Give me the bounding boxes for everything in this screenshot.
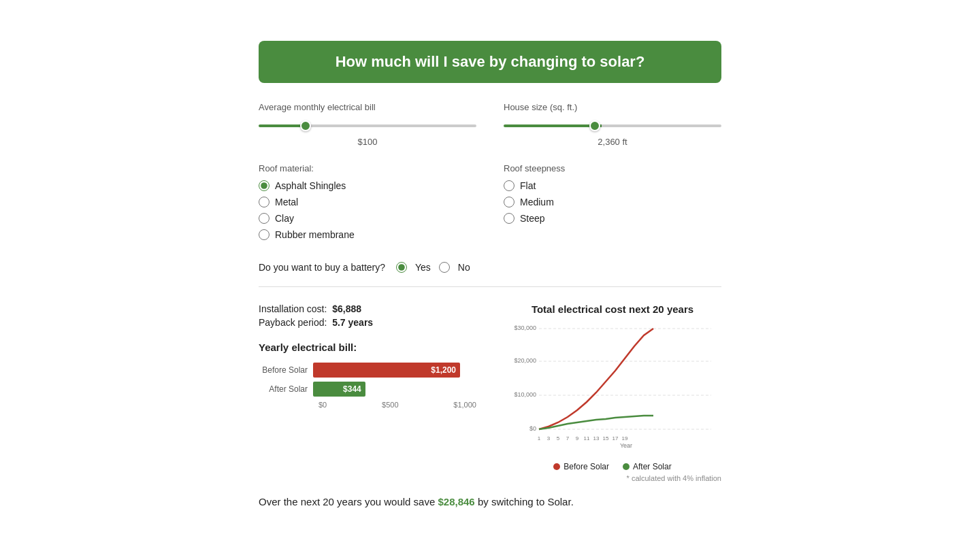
bar-before-value: $1,200	[431, 365, 456, 375]
svg-text:3: 3	[547, 435, 551, 441]
savings-footer: Over the next 20 years you would save $2…	[259, 496, 721, 507]
axis-500: $500	[382, 401, 398, 409]
bar-after-label: After Solar	[259, 384, 313, 394]
house-slider[interactable]	[504, 124, 721, 127]
yearly-bill-title: Yearly electrical bill:	[259, 341, 476, 353]
savings-text-after: by switching to Solar.	[478, 496, 574, 507]
radio-medium[interactable]: Medium	[504, 197, 721, 207]
payback-label: Payback period:	[259, 317, 327, 328]
battery-yes-radio[interactable]	[396, 262, 407, 273]
line-chart-container: $30,000 $20,000 $10,000 $0 1 3	[504, 322, 721, 458]
svg-text:11: 11	[584, 435, 590, 441]
bar-before-label: Before Solar	[259, 365, 313, 375]
bar-before-outer: $1,200	[313, 363, 476, 378]
payback-value: 5.7 years	[332, 317, 373, 328]
radio-medium-label: Medium	[520, 197, 554, 207]
radio-clay[interactable]: Clay	[259, 213, 476, 224]
sliders-row: Average monthly electrical bill $100 Hou…	[259, 102, 721, 147]
radio-steep[interactable]: Steep	[504, 213, 721, 224]
radio-asphalt-label: Asphalt Shingles	[275, 180, 346, 191]
legend-before-label: Before Solar	[564, 462, 609, 471]
line-chart-svg: $30,000 $20,000 $10,000 $0 1 3	[504, 322, 721, 451]
radio-clay-label: Clay	[275, 213, 294, 224]
main-container: How much will I save by changing to sola…	[259, 41, 721, 507]
header-title: How much will I save by changing to sola…	[275, 53, 705, 71]
radio-asphalt-input[interactable]	[259, 180, 270, 191]
battery-row: Do you want to buy a battery? Yes No	[259, 262, 721, 287]
bar-after-outer: $344	[313, 382, 476, 397]
svg-text:19: 19	[622, 435, 628, 441]
radio-flat-input[interactable]	[504, 180, 514, 191]
line-chart-title: Total electrical cost next 20 years	[504, 303, 721, 315]
radio-metal-label: Metal	[275, 197, 298, 207]
house-slider-wrapper	[504, 119, 721, 133]
svg-text:17: 17	[612, 435, 619, 441]
svg-text:$0: $0	[529, 425, 536, 432]
svg-text:7: 7	[566, 435, 570, 441]
svg-text:13: 13	[593, 435, 600, 441]
install-cost-value: $6,888	[332, 303, 361, 314]
savings-text-before: Over the next 20 years you would save	[259, 496, 435, 507]
radio-metal[interactable]: Metal	[259, 197, 476, 207]
radio-steep-input[interactable]	[504, 213, 514, 224]
house-slider-value: 2,360 ft	[504, 137, 721, 147]
svg-text:5: 5	[557, 435, 560, 441]
bill-slider-label: Average monthly electrical bill	[259, 102, 476, 112]
bill-slider[interactable]	[259, 124, 476, 127]
roof-steepness-group: Roof steepness Flat Medium Steep	[504, 163, 721, 246]
svg-text:$20,000: $20,000	[514, 357, 536, 364]
radio-metal-input[interactable]	[259, 197, 270, 207]
roof-material-label: Roof material:	[259, 163, 476, 173]
radio-steep-label: Steep	[520, 213, 545, 224]
radio-asphalt[interactable]: Asphalt Shingles	[259, 180, 476, 191]
legend-before-dot	[553, 463, 560, 470]
svg-text:1: 1	[538, 435, 541, 441]
bar-after-value: $344	[343, 384, 361, 394]
bill-slider-wrapper	[259, 119, 476, 133]
bill-slider-value: $100	[259, 137, 476, 147]
radio-rubber-label: Rubber membrane	[275, 229, 355, 240]
bar-row-before: Before Solar $1,200	[259, 363, 476, 378]
inflation-note: * calculated with 4% inflation	[504, 474, 721, 482]
house-slider-label: House size (sq. ft.)	[504, 102, 721, 112]
radio-medium-input[interactable]	[504, 197, 514, 207]
legend-before: Before Solar	[553, 462, 609, 471]
battery-yes-label: Yes	[415, 262, 431, 273]
bar-chart: Yearly electrical bill: Before Solar $1,…	[259, 341, 476, 409]
left-results: Installation cost: $6,888 Payback period…	[259, 303, 476, 482]
roof-steepness-label: Roof steepness	[504, 163, 721, 173]
svg-text:$10,000: $10,000	[514, 391, 536, 398]
radio-rubber[interactable]: Rubber membrane	[259, 229, 476, 240]
svg-text:Year: Year	[620, 442, 632, 449]
bar-before-fill: $1,200	[313, 363, 460, 378]
legend-after-label: After Solar	[633, 462, 672, 471]
results-row: Installation cost: $6,888 Payback period…	[259, 303, 721, 482]
axis-0: $0	[318, 401, 327, 409]
radio-rubber-input[interactable]	[259, 229, 270, 240]
chart-legend: Before Solar After Solar	[504, 462, 721, 471]
install-cost-line: Installation cost: $6,888	[259, 303, 476, 314]
radio-flat[interactable]: Flat	[504, 180, 721, 191]
bar-row-after: After Solar $344	[259, 382, 476, 397]
options-row: Roof material: Asphalt Shingles Metal Cl…	[259, 163, 721, 246]
radio-flat-label: Flat	[520, 180, 536, 191]
payback-line: Payback period: 5.7 years	[259, 317, 476, 328]
battery-no-label: No	[458, 262, 470, 273]
svg-text:$30,000: $30,000	[514, 324, 536, 331]
right-results: Total electrical cost next 20 years $30,…	[504, 303, 721, 482]
svg-text:15: 15	[603, 435, 609, 441]
axis-1000: $1,000	[453, 401, 476, 409]
install-cost-label: Installation cost:	[259, 303, 327, 314]
radio-clay-input[interactable]	[259, 213, 270, 224]
house-slider-group: House size (sq. ft.) 2,360 ft	[504, 102, 721, 147]
roof-material-group: Roof material: Asphalt Shingles Metal Cl…	[259, 163, 476, 246]
bar-axis: $0 $500 $1,000	[318, 401, 476, 409]
savings-amount: $28,846	[438, 496, 474, 507]
battery-question: Do you want to buy a battery?	[259, 262, 385, 273]
legend-after: After Solar	[623, 462, 672, 471]
svg-text:9: 9	[576, 435, 579, 441]
bill-slider-group: Average monthly electrical bill $100	[259, 102, 476, 147]
header-banner: How much will I save by changing to sola…	[259, 41, 721, 83]
battery-no-radio[interactable]	[439, 262, 450, 273]
legend-after-dot	[623, 463, 630, 470]
